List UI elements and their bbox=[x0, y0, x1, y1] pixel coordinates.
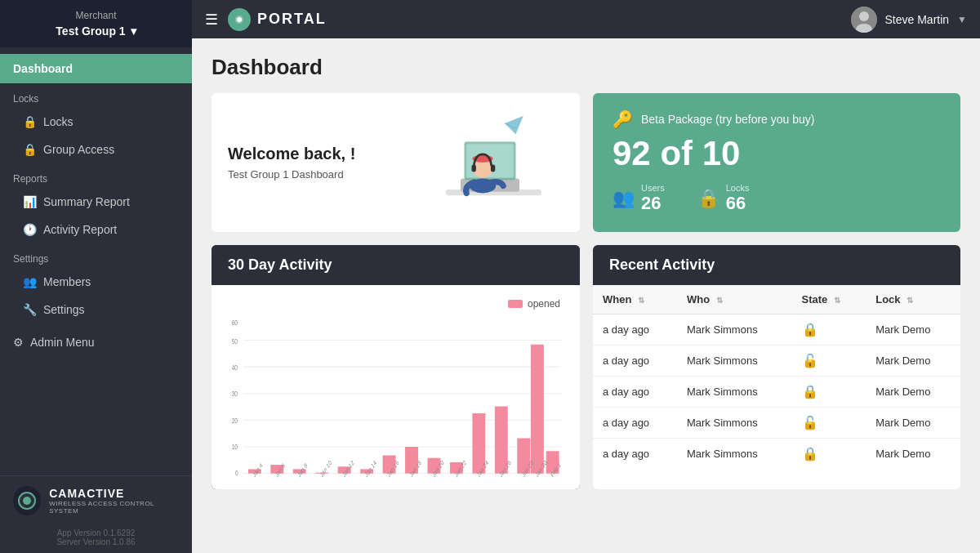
locked-icon: 🔒 bbox=[802, 385, 818, 399]
cell-lock: Mark Demo bbox=[866, 314, 960, 346]
sidebar-item-dashboard[interactable]: Dashboard bbox=[0, 54, 192, 83]
cell-state: 🔒 bbox=[792, 377, 866, 408]
sidebar-members-label: Members bbox=[43, 275, 91, 288]
col-when: When ⇅ bbox=[593, 285, 677, 314]
svg-text:0: 0 bbox=[235, 469, 238, 477]
cell-lock: Mark Demo bbox=[866, 377, 960, 408]
bar-chart: 0 10 20 30 40 50 60 bbox=[225, 316, 567, 479]
svg-rect-46 bbox=[531, 345, 544, 474]
cell-lock: Mark Demo bbox=[866, 346, 960, 377]
sidebar-section-settings: Settings bbox=[0, 243, 192, 268]
sidebar-item-summary-report[interactable]: 📊 Summary Report bbox=[0, 188, 192, 216]
topbar-left: ☰ PORTAL bbox=[205, 8, 327, 31]
recent-activity-card: Recent Activity When ⇅ Who ⇅ State ⇅ Loc… bbox=[593, 245, 960, 489]
chart-legend: opened bbox=[225, 298, 567, 310]
sidebar-admin-menu-label: Admin Menu bbox=[30, 336, 95, 349]
portal-logo: PORTAL bbox=[228, 8, 327, 31]
svg-text:30: 30 bbox=[232, 390, 238, 398]
cell-lock: Mark Demo bbox=[866, 439, 960, 470]
cell-who: Mark Simmons bbox=[677, 314, 792, 346]
col-state: State ⇅ bbox=[792, 285, 866, 314]
cell-when: a day ago bbox=[593, 439, 677, 470]
locks-label: Locks bbox=[726, 183, 750, 193]
activity-table: When ⇅ Who ⇅ State ⇅ Lock ⇅ a day ago Ma… bbox=[593, 285, 960, 469]
sidebar-item-locks[interactable]: 🔒 Locks bbox=[0, 108, 192, 136]
cell-lock: Mark Demo bbox=[866, 408, 960, 439]
beta-header-text: Beta Package (try before you buy) bbox=[641, 113, 814, 126]
group-access-icon: 🔒 bbox=[23, 143, 37, 156]
camactive-name: CAMACTIVE bbox=[49, 487, 179, 500]
hamburger-button[interactable]: ☰ bbox=[205, 11, 218, 29]
user-chevron-icon: ▼ bbox=[957, 14, 967, 25]
group-selector[interactable]: Test Group 1 ▾ bbox=[13, 25, 179, 38]
chart-area: opened 0 10 20 30 40 50 60 bbox=[212, 285, 580, 489]
svg-text:50: 50 bbox=[232, 337, 238, 346]
table-row: a day ago Mark Simmons 🔒 Mark Demo bbox=[593, 439, 960, 470]
svg-point-1 bbox=[23, 497, 31, 505]
svg-text:Jan 8: Jan 8 bbox=[296, 462, 309, 479]
table-row: a day ago Mark Simmons 🔒 Mark Demo bbox=[593, 314, 960, 346]
sidebar-item-group-access[interactable]: 🔒 Group Access bbox=[0, 136, 192, 163]
user-name: Steve Martin bbox=[885, 13, 950, 26]
sort-lock-icon[interactable]: ⇅ bbox=[906, 296, 913, 305]
beta-card-header: 🔑 Beta Package (try before you buy) bbox=[612, 109, 941, 129]
unlocked-icon: 🔓 bbox=[802, 354, 818, 368]
svg-text:Jan 6: Jan 6 bbox=[274, 462, 286, 479]
table-row: a day ago Mark Simmons 🔒 Mark Demo bbox=[593, 377, 960, 408]
svg-text:40: 40 bbox=[232, 363, 238, 372]
chart-title: 30 Day Activity bbox=[212, 245, 580, 285]
cell-state: 🔒 bbox=[792, 314, 866, 346]
top-card-row: Welcome back, ! Test Group 1 Dashboard bbox=[212, 93, 960, 232]
beta-count: 92 of 10 bbox=[612, 134, 941, 173]
users-value: 26 bbox=[641, 193, 665, 214]
sidebar: Merchant Test Group 1 ▾ Dashboard Locks … bbox=[0, 0, 192, 553]
sidebar-footer: CAMACTIVE WIRELESS ACCESS CONTROL SYSTEM… bbox=[0, 475, 192, 553]
svg-text:Jan 4: Jan 4 bbox=[252, 462, 264, 479]
svg-text:Jan 14: Jan 14 bbox=[363, 458, 377, 479]
svg-text:60: 60 bbox=[232, 318, 238, 326]
sidebar-logo-area: CAMACTIVE WIRELESS ACCESS CONTROL SYSTEM bbox=[0, 475, 192, 525]
activity-table-body: a day ago Mark Simmons 🔒 Mark Demo a day… bbox=[593, 314, 960, 470]
cell-who: Mark Simmons bbox=[677, 377, 792, 408]
sidebar-group-access-label: Group Access bbox=[43, 143, 114, 156]
admin-menu-icon: ⚙ bbox=[13, 336, 24, 349]
locks-icon: 🔒 bbox=[697, 188, 719, 209]
members-icon: 👥 bbox=[23, 275, 37, 288]
cell-state: 🔓 bbox=[792, 346, 866, 377]
beta-users-stat: 👥 Users 26 bbox=[612, 183, 665, 214]
beta-card: 🔑 Beta Package (try before you buy) 92 o… bbox=[593, 93, 960, 232]
sidebar-section-reports: Reports bbox=[0, 163, 192, 188]
user-menu[interactable]: Steve Martin ▼ bbox=[851, 7, 967, 33]
recent-activity-title: Recent Activity bbox=[593, 245, 960, 285]
camactive-subtitle: WIRELESS ACCESS CONTROL SYSTEM bbox=[49, 500, 179, 515]
legend-label: opened bbox=[528, 298, 560, 310]
table-row: a day ago Mark Simmons 🔓 Mark Demo bbox=[593, 408, 960, 439]
group-chevron: ▾ bbox=[131, 25, 136, 38]
users-label: Users bbox=[641, 183, 665, 193]
sidebar-item-settings[interactable]: 🔧 Settings bbox=[0, 296, 192, 323]
cell-who: Mark Simmons bbox=[677, 346, 792, 377]
sidebar-item-members[interactable]: 👥 Members bbox=[0, 268, 192, 296]
beta-locks-stat: 🔒 Locks 66 bbox=[697, 183, 750, 214]
sidebar-item-admin-menu[interactable]: ⚙ Admin Menu bbox=[0, 328, 192, 356]
camactive-logo-text: CAMACTIVE WIRELESS ACCESS CONTROL SYSTEM bbox=[49, 487, 179, 515]
cell-when: a day ago bbox=[593, 314, 677, 346]
cell-when: a day ago bbox=[593, 408, 677, 439]
sidebar-locks-label: Locks bbox=[43, 115, 74, 128]
welcome-illustration bbox=[416, 101, 564, 224]
camactive-logo-icon bbox=[13, 486, 41, 515]
col-who: Who ⇅ bbox=[677, 285, 792, 314]
sidebar-item-activity-report[interactable]: 🕐 Activity Report bbox=[0, 216, 192, 243]
settings-icon: 🔧 bbox=[23, 303, 37, 316]
sort-state-icon[interactable]: ⇅ bbox=[834, 296, 840, 305]
dashboard-content: Dashboard Welcome back, ! Test Group 1 D… bbox=[192, 38, 980, 553]
sort-who-icon[interactable]: ⇅ bbox=[716, 296, 723, 305]
sidebar-settings-label: Settings bbox=[43, 303, 85, 316]
unlocked-icon: 🔓 bbox=[802, 416, 818, 430]
portal-logo-icon bbox=[228, 8, 251, 31]
welcome-card: Welcome back, ! Test Group 1 Dashboard bbox=[212, 93, 580, 232]
sort-when-icon[interactable]: ⇅ bbox=[638, 296, 644, 305]
locked-icon: 🔒 bbox=[802, 323, 818, 337]
activity-report-icon: 🕐 bbox=[23, 223, 37, 236]
table-row: a day ago Mark Simmons 🔓 Mark Demo bbox=[593, 346, 960, 377]
